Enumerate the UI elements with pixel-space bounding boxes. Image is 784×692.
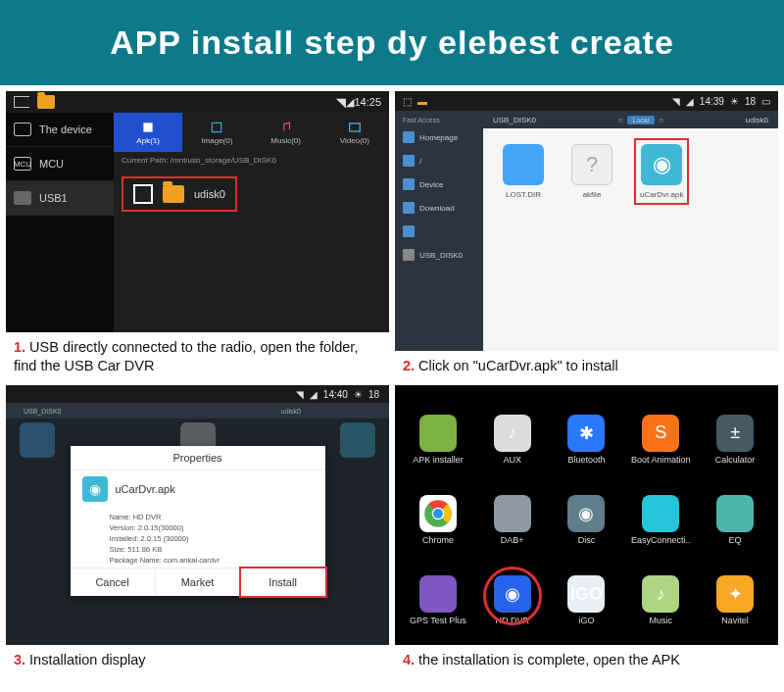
image-icon bbox=[210, 121, 223, 134]
app-icon: ± bbox=[716, 415, 754, 452]
app-label: iGO bbox=[578, 616, 594, 625]
folder-icon[interactable]: ▬ bbox=[417, 96, 427, 107]
status-bar bbox=[395, 385, 778, 395]
app-music[interactable]: ♪Music bbox=[623, 561, 698, 641]
file-browser: Apk(1) Image(0) Music(0) Video(0) bbox=[114, 113, 389, 332]
sidebar-item-blank[interactable] bbox=[395, 220, 483, 243]
app-aux[interactable]: ♪AUX bbox=[475, 399, 550, 479]
home-icon bbox=[403, 131, 415, 143]
sidebar-item-homepage[interactable]: Homepage bbox=[395, 125, 483, 149]
sidebar-item-device[interactable]: The device bbox=[6, 113, 114, 147]
step-2-screenshot: ⬚ ▬ ◥ ◢ 14:39 ☀ 18 ▭ Fast Access Homepag… bbox=[395, 91, 778, 351]
apk-filename: uCarDvr.apk bbox=[116, 483, 175, 495]
app-label: GPS Test Plus bbox=[410, 616, 466, 625]
checkbox[interactable] bbox=[133, 184, 153, 204]
app-icon: ◉ bbox=[494, 575, 531, 613]
file-label: akfile bbox=[583, 190, 602, 199]
dialog-buttons: Cancel Market Install bbox=[71, 568, 325, 596]
signal-icon: ◢ bbox=[346, 96, 354, 109]
app-gps-test-plus[interactable]: GPS Test Plus bbox=[401, 561, 475, 641]
music-icon bbox=[279, 121, 293, 134]
folder-icon[interactable] bbox=[37, 95, 55, 109]
device-icon bbox=[14, 123, 31, 136]
folder-lostdir[interactable]: LOST.DIR bbox=[503, 144, 544, 199]
tab-label: Image(0) bbox=[201, 136, 232, 145]
folder-item-udisk0[interactable]: udisk0 bbox=[122, 176, 237, 212]
property-row: Version: 2.0.15(30000) bbox=[110, 522, 314, 533]
dialog-title: Properties bbox=[71, 446, 325, 470]
sidebar-item-mcu[interactable]: MCU MCU bbox=[6, 147, 114, 181]
app-hd-dvr[interactable]: ◉HD DVR bbox=[475, 561, 550, 641]
sidebar-header: Fast Access bbox=[395, 113, 483, 125]
step-4: APK installer♪AUX✱BluetoothSBoot Animati… bbox=[395, 385, 778, 673]
app-bluetooth[interactable]: ✱Bluetooth bbox=[550, 399, 624, 479]
breadcrumb-left: USB_DISK0 bbox=[493, 116, 536, 124]
mcu-icon: MCU bbox=[14, 157, 31, 171]
app-dab-[interactable]: DAB+ bbox=[475, 479, 550, 560]
sidebar-item-root[interactable]: / bbox=[395, 149, 483, 173]
app-label: Music bbox=[650, 616, 673, 625]
app-igo[interactable]: IGOiGO bbox=[550, 561, 624, 641]
breadcrumb: USB_DISK0udisk0 bbox=[6, 403, 389, 419]
app-icon bbox=[419, 575, 457, 613]
sidebar: Fast Access Homepage / Device Download U… bbox=[395, 111, 483, 351]
folder-icon bbox=[503, 144, 544, 185]
apk-icon: ◉ bbox=[641, 144, 682, 185]
file-akfile[interactable]: ? akfile bbox=[571, 144, 612, 199]
dialog-header: ◉ uCarDvr.apk bbox=[71, 470, 325, 508]
app-label: DAB+ bbox=[501, 535, 524, 545]
tab-apk[interactable]: Apk(1) bbox=[114, 113, 182, 152]
sidebar-item-download[interactable]: Download bbox=[395, 196, 483, 220]
sidebar-item-label: Download bbox=[419, 204, 455, 213]
tab-image[interactable]: Image(0) bbox=[182, 113, 251, 152]
breadcrumb-location: ○Local○ bbox=[618, 116, 663, 124]
back-icon[interactable]: ⬚ bbox=[403, 96, 412, 107]
sidebar-item-label: Homepage bbox=[419, 133, 458, 142]
signal-icon: ◢ bbox=[686, 96, 694, 107]
app-disc[interactable]: ◉Disc bbox=[550, 479, 624, 560]
blank-icon bbox=[403, 225, 415, 237]
folder-icon bbox=[163, 185, 184, 203]
battery-icon: ▭ bbox=[761, 96, 770, 107]
step-4-caption: 4.the installation is complete, open the… bbox=[395, 645, 778, 673]
file-label: LOST.DIR bbox=[506, 190, 541, 199]
install-button[interactable]: Install bbox=[239, 567, 327, 598]
weather-icon: ☀ bbox=[730, 96, 739, 107]
app-eq[interactable]: EQ bbox=[698, 479, 772, 560]
step-2: ⬚ ▬ ◥ ◢ 14:39 ☀ 18 ▭ Fast Access Homepag… bbox=[395, 91, 778, 379]
app-label: HD DVR bbox=[495, 616, 529, 625]
status-bar: ◥ ◢ 14:25 bbox=[6, 91, 389, 113]
app-icon bbox=[494, 495, 531, 532]
app-easyconnecti-[interactable]: EasyConnecti.. bbox=[623, 479, 698, 560]
back-icon[interactable] bbox=[14, 96, 29, 108]
sidebar-item-device[interactable]: Device bbox=[395, 173, 483, 196]
sidebar-item-usb1[interactable]: USB1 bbox=[6, 181, 114, 216]
app-boot-animation[interactable]: SBoot Animation bbox=[623, 399, 698, 479]
usb-icon bbox=[14, 191, 31, 205]
tab-music[interactable]: Music(0) bbox=[252, 113, 320, 152]
file-ucardvr-apk[interactable]: ◉ uCarDvr.apk bbox=[634, 138, 689, 205]
file-type-tabs: Apk(1) Image(0) Music(0) Video(0) bbox=[114, 113, 389, 152]
step-2-caption: 2.Click on "uCarDvr.apk" to install bbox=[395, 351, 778, 379]
app-apk-installer[interactable]: APK installer bbox=[401, 399, 475, 479]
breadcrumb: USB_DISK0 ○Local○ udisk0 bbox=[483, 111, 778, 128]
device-icon bbox=[403, 178, 415, 190]
tab-video[interactable]: Video(0) bbox=[320, 113, 389, 152]
step-1-caption: 1.USB directly connected to the radio, o… bbox=[6, 332, 389, 379]
root-icon bbox=[403, 155, 415, 167]
file-label: uCarDvr.apk bbox=[640, 190, 683, 199]
apk-icon: ◉ bbox=[82, 476, 108, 502]
step-1: ◥ ◢ 14:25 The device MCU MCU USB1 bbox=[6, 91, 389, 379]
app-navitel[interactable]: ✦Navitel bbox=[698, 561, 772, 641]
sidebar-item-usbdisk0[interactable]: USB_DISK0 bbox=[395, 243, 483, 267]
app-calculator[interactable]: ±Calculator bbox=[698, 399, 772, 479]
signal-icon: ◢ bbox=[310, 389, 318, 400]
app-chrome[interactable]: Chrome bbox=[401, 479, 475, 560]
sidebar: The device MCU MCU USB1 bbox=[6, 113, 114, 332]
breadcrumb-right: udisk0 bbox=[746, 116, 768, 124]
clock: 14:25 bbox=[354, 96, 381, 108]
page-title: APP install step dy elebest create bbox=[0, 0, 784, 85]
status-bar: ⬚ ▬ ◥ ◢ 14:39 ☀ 18 ▭ bbox=[395, 91, 778, 111]
market-button[interactable]: Market bbox=[156, 568, 241, 596]
cancel-button[interactable]: Cancel bbox=[71, 568, 156, 596]
